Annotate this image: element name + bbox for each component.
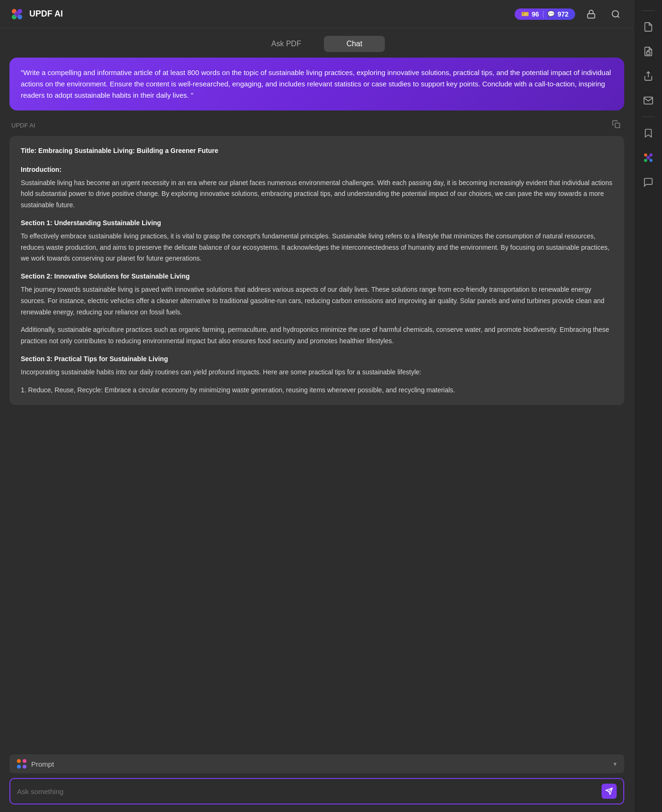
token-count: 96 (532, 10, 539, 18)
section1-heading: Section 1: Understanding Sustainable Liv… (21, 218, 613, 229)
logo-text: UPDF AI (29, 9, 63, 19)
updf-logo-icon (9, 7, 25, 22)
ai-title: Title: Embracing Sustainable Living: Bui… (21, 145, 613, 157)
svg-point-14 (646, 156, 650, 160)
sidebar-chat-bubble-icon[interactable] (638, 172, 659, 193)
logo-area: UPDF AI (9, 7, 63, 22)
sidebar-share-icon[interactable] (638, 66, 659, 86)
svg-rect-8 (646, 52, 650, 55)
dot-blue (17, 765, 21, 769)
section2-heading: Section 2: Innovative Solutions for Sust… (21, 271, 613, 282)
sidebar-bookmark-icon[interactable] (638, 123, 659, 144)
dot-pink (23, 759, 26, 763)
svg-point-10 (644, 153, 647, 157)
dot-orange (17, 759, 21, 763)
user-message-bubble: "Write a compelling and informative arti… (9, 58, 624, 110)
sidebar-document-icon[interactable] (638, 17, 659, 37)
sidebar-email-icon[interactable] (638, 90, 659, 111)
user-message-text: "Write a compelling and informative arti… (21, 68, 611, 99)
header: UPDF AI 🎫 96 💬 972 (0, 0, 634, 28)
tab-ask-pdf[interactable]: Ask PDF (249, 36, 324, 52)
svg-rect-5 (588, 14, 595, 18)
svg-point-11 (649, 153, 653, 157)
section3-heading: Section 3: Practical Tips for Sustainabl… (21, 354, 613, 365)
intro-text: Sustainable living has become an urgent … (21, 178, 613, 211)
right-sidebar (634, 0, 662, 812)
prompt-label: Prompt (31, 760, 54, 768)
ask-input[interactable] (17, 787, 597, 795)
intro-heading: Introduction: (21, 164, 613, 176)
chat-icon: 💬 (547, 10, 555, 17)
ai-label-row: UPDF AI (9, 118, 624, 132)
section2-text: The journey towards sustainable living i… (21, 284, 613, 318)
sidebar-divider-top (642, 10, 655, 11)
svg-point-12 (644, 159, 647, 162)
sidebar-divider-mid (642, 117, 655, 117)
chat-count: 972 (558, 10, 569, 18)
header-right: 🎫 96 💬 972 (515, 6, 624, 23)
badge-divider (543, 11, 543, 17)
search-button[interactable] (607, 6, 624, 23)
tab-chat[interactable]: Chat (324, 36, 385, 52)
svg-point-13 (649, 159, 653, 162)
lock-button[interactable] (583, 6, 600, 23)
input-row (9, 778, 624, 804)
section1-text: To effectively embrace sustainable livin… (21, 231, 613, 264)
token-badge: 🎫 96 💬 972 (515, 8, 575, 20)
chevron-down-icon: ▾ (613, 760, 617, 768)
token-icon: 🎫 (521, 10, 529, 17)
ai-response-container: UPDF AI Title: Embracing Sustainable Liv… (9, 118, 624, 405)
section2b-text: Additionally, sustainable agriculture pr… (21, 324, 613, 347)
svg-point-4 (14, 11, 20, 17)
prompt-selector[interactable]: Prompt ▾ (9, 754, 624, 773)
tabs-area: Ask PDF Chat (0, 28, 634, 58)
send-button[interactable] (602, 784, 617, 799)
sidebar-ai-chat-icon[interactable] (638, 147, 659, 168)
prompt-selector-left: Prompt (17, 759, 54, 769)
tip1-text: 1. Reduce, Reuse, Recycle: Embrace a cir… (21, 385, 613, 396)
ai-message-content: Title: Embracing Sustainable Living: Bui… (9, 136, 624, 405)
svg-point-6 (612, 10, 619, 17)
section3-text: Incorporating sustainable habits into ou… (21, 367, 613, 378)
ai-sender-label: UPDF AI (11, 122, 35, 129)
prompt-dots-icon (17, 759, 26, 769)
chat-area: "Write a compelling and informative arti… (0, 58, 634, 749)
svg-rect-7 (615, 123, 620, 128)
copy-button[interactable] (610, 118, 622, 132)
sidebar-lock-doc-icon[interactable] (638, 41, 659, 62)
bottom-area: Prompt ▾ (0, 749, 634, 812)
dot-purple (23, 765, 26, 769)
